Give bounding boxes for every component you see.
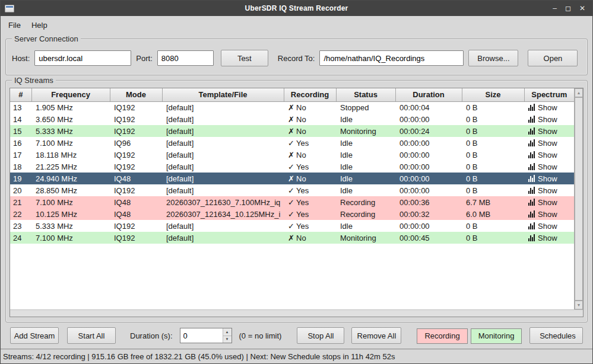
spectrum-show-link[interactable]: Show	[538, 162, 557, 171]
status-text: Streams: 4/12 recording | 915.16 GB free…	[3, 352, 395, 361]
spectrum-show-link[interactable]: Show	[538, 115, 557, 124]
start-all-button[interactable]: Start All	[67, 327, 116, 344]
host-input[interactable]	[34, 50, 131, 66]
recording-label: No	[296, 127, 306, 136]
stream-status: Idle	[336, 113, 395, 125]
col-header-frequency[interactable]: Frequency	[31, 88, 110, 101]
iq-streams-group: IQ Streams # Frequency Mode Template/Fil…	[5, 80, 588, 323]
stream-spectrum-cell[interactable]: Show	[524, 137, 574, 149]
menu-file[interactable]: File	[3, 18, 26, 33]
vertical-scrollbar[interactable]: ▲ ▼	[574, 88, 583, 309]
stream-spectrum-cell[interactable]: Show	[524, 220, 574, 232]
spectrum-show-link[interactable]: Show	[538, 103, 557, 112]
record-to-input[interactable]	[319, 50, 464, 66]
stream-recording: ✗No	[284, 173, 336, 184]
stream-duration: 00:00:04	[395, 101, 462, 113]
spectrum-show-link[interactable]: Show	[538, 174, 557, 183]
spin-down-icon[interactable]: ▼	[223, 336, 232, 343]
stream-number: 22	[10, 208, 31, 220]
spectrum-show-link[interactable]: Show	[538, 198, 557, 207]
spectrum-show-link[interactable]: Show	[538, 222, 557, 231]
table-row[interactable]: 23 5.333 MHz IQ192 [default] ✓Yes Idle 0…	[10, 220, 574, 232]
recording-mark-icon: ✓	[288, 198, 296, 207]
stream-duration: 00:00:00	[395, 149, 462, 161]
col-header-spectrum[interactable]: Spectrum	[524, 88, 574, 101]
table-row[interactable]: 20 28.850 MHz IQ192 [default] ✓Yes Idle …	[10, 184, 574, 196]
stream-spectrum-cell[interactable]: Show	[524, 184, 574, 196]
stream-number: 24	[10, 232, 31, 244]
record-to-label: Record To:	[278, 54, 315, 63]
browse-button[interactable]: Browse...	[468, 50, 518, 66]
duration-spinbox[interactable]: ▲ ▼	[180, 328, 232, 343]
table-row[interactable]: 17 18.118 MHz IQ192 [default] ✗No Idle 0…	[10, 149, 574, 161]
spectrum-bars-icon	[528, 222, 535, 229]
stream-spectrum-cell[interactable]: Show	[524, 149, 574, 161]
col-header-size[interactable]: Size	[462, 88, 524, 101]
no-limit-note: (0 = no limit)	[239, 331, 282, 340]
spectrum-bars-icon	[528, 127, 535, 135]
stream-status: Idle	[336, 137, 395, 149]
col-header-duration[interactable]: Duration	[395, 88, 462, 101]
table-row[interactable]: 13 1.905 MHz IQ192 [default] ✗No Stopped…	[10, 101, 574, 113]
minimize-icon[interactable]: –	[553, 5, 557, 12]
table-row[interactable]: 15 5.333 MHz IQ192 [default] ✗No Monitor…	[10, 125, 574, 137]
col-header-template[interactable]: Template/File	[162, 88, 284, 101]
table-row[interactable]: 18 21.225 MHz IQ192 [default] ✓Yes Idle …	[10, 161, 574, 173]
iq-streams-label: IQ Streams	[12, 76, 56, 85]
stream-mode: IQ192	[110, 101, 162, 113]
col-header-status[interactable]: Status	[336, 88, 395, 101]
stream-spectrum-cell[interactable]: Show	[524, 161, 574, 173]
scroll-up-icon[interactable]: ▲	[575, 88, 583, 97]
port-input[interactable]	[157, 50, 214, 66]
table-row[interactable]: 21 7.100 MHz IQ48 20260307_121630_7.100M…	[10, 196, 574, 208]
stream-frequency: 7.100 MHz	[31, 196, 110, 208]
stream-mode: IQ48	[110, 208, 162, 220]
stream-spectrum-cell[interactable]: Show	[524, 101, 574, 113]
spectrum-show-link[interactable]: Show	[538, 234, 557, 242]
table-row[interactable]: 16 7.100 MHz IQ96 [default] ✓Yes Idle 00…	[10, 137, 574, 149]
stream-size: 0 B	[462, 232, 524, 244]
stop-all-button[interactable]: Stop All	[297, 327, 344, 344]
stream-spectrum-cell[interactable]: Show	[524, 196, 574, 208]
stream-size: 0 B	[462, 220, 524, 232]
recording-mark-icon: ✗	[288, 151, 296, 159]
spectrum-show-link[interactable]: Show	[538, 139, 557, 148]
table-row[interactable]: 24 7.100 MHz IQ192 [default] ✗No Monitor…	[10, 232, 574, 244]
scroll-down-icon[interactable]: ▼	[575, 301, 583, 309]
open-button[interactable]: Open	[528, 50, 578, 66]
stream-number: 17	[10, 149, 31, 161]
spectrum-bars-icon	[528, 139, 535, 146]
stream-spectrum-cell[interactable]: Show	[524, 208, 574, 220]
menu-help[interactable]: Help	[26, 18, 53, 33]
horizontal-scrollbar[interactable]	[10, 309, 583, 317]
spectrum-show-link[interactable]: Show	[538, 210, 557, 219]
remove-all-button[interactable]: Remove All	[351, 327, 401, 344]
close-icon[interactable]: ✕	[579, 5, 585, 12]
stream-spectrum-cell[interactable]: Show	[524, 125, 574, 137]
scrollbar-thumb[interactable]	[575, 97, 583, 301]
stream-template: [default]	[162, 232, 284, 244]
test-button[interactable]: Test	[221, 50, 268, 66]
col-header-recording[interactable]: Recording	[284, 88, 336, 101]
spectrum-show-link[interactable]: Show	[538, 186, 557, 195]
stream-number: 13	[10, 101, 31, 113]
stream-duration: 00:00:00	[395, 173, 462, 184]
spectrum-show-link[interactable]: Show	[538, 127, 557, 136]
schedules-button[interactable]: Schedules	[529, 327, 583, 344]
col-header-mode[interactable]: Mode	[110, 88, 162, 101]
spin-up-icon[interactable]: ▲	[223, 328, 232, 336]
table-row[interactable]: 22 10.125 MHz IQ48 20260307_121634_10.12…	[10, 208, 574, 220]
spectrum-show-link[interactable]: Show	[538, 151, 557, 159]
add-stream-button[interactable]: Add Stream	[10, 327, 59, 344]
stream-spectrum-cell[interactable]: Show	[524, 113, 574, 125]
table-row[interactable]: 19 24.940 MHz IQ48 [default] ✗No Idle 00…	[10, 173, 574, 184]
stream-template: [default]	[162, 137, 284, 149]
recording-legend-badge: Recording	[417, 328, 467, 344]
stream-size: 0 B	[462, 113, 524, 125]
maximize-icon[interactable]: ◻	[565, 5, 571, 12]
stream-spectrum-cell[interactable]: Show	[524, 232, 574, 244]
col-header-num[interactable]: #	[10, 88, 31, 101]
stream-spectrum-cell[interactable]: Show	[524, 173, 574, 184]
duration-input[interactable]	[180, 328, 223, 343]
table-row[interactable]: 14 3.650 MHz IQ192 [default] ✗No Idle 00…	[10, 113, 574, 125]
